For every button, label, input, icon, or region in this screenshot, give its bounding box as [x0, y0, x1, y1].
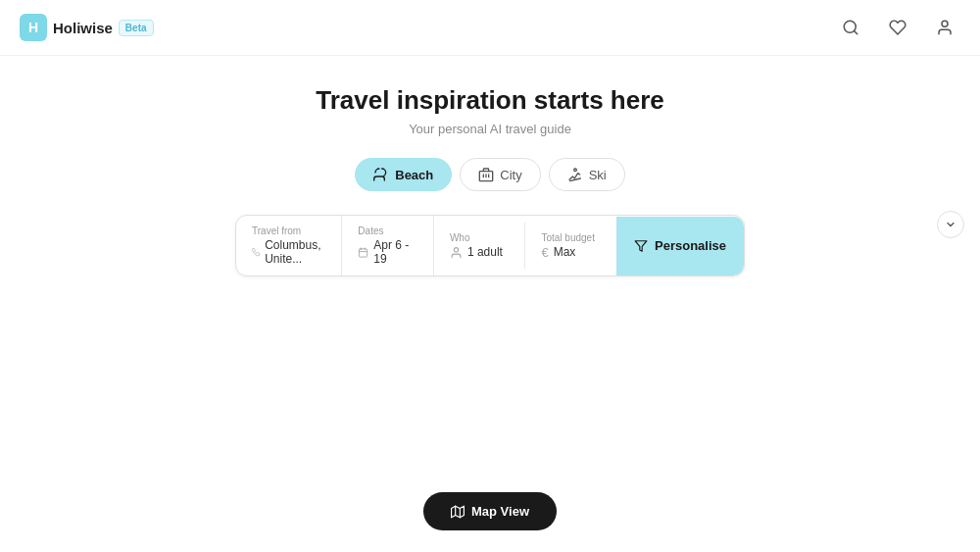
beta-badge: Beta — [119, 20, 154, 36]
budget-label: Total budget — [541, 232, 601, 243]
main-content: Travel inspiration starts here Your pers… — [0, 56, 980, 276]
svg-point-12 — [454, 247, 458, 251]
personalise-button[interactable]: Personalise — [616, 217, 744, 276]
travel-from-label: Travel from — [252, 226, 325, 236]
tab-beach-label: Beach — [395, 168, 433, 182]
page-title: Travel inspiration starts here — [316, 85, 663, 116]
svg-point-7 — [573, 169, 576, 172]
budget-value: € Max — [541, 245, 601, 260]
dates-field[interactable]: Dates Apr 6 - 19 — [342, 216, 434, 276]
tab-ski[interactable]: Ski — [549, 158, 625, 191]
user-button[interactable] — [929, 12, 960, 43]
expand-chevron[interactable] — [937, 211, 964, 238]
tab-ski-label: Ski — [589, 168, 607, 182]
dates-label: Dates — [358, 226, 417, 236]
tab-beach[interactable]: Beach — [355, 158, 452, 191]
navbar: H Holiwise Beta — [0, 0, 980, 56]
personalise-label: Personalise — [655, 238, 726, 253]
dates-value: Apr 6 - 19 — [358, 238, 417, 266]
map-view-button[interactable]: Map View — [423, 492, 557, 530]
svg-rect-8 — [360, 248, 368, 256]
map-view-label: Map View — [471, 504, 529, 519]
search-button[interactable] — [835, 12, 866, 43]
favorites-button[interactable] — [882, 12, 913, 43]
svg-marker-14 — [452, 506, 465, 518]
logo-icon: H — [20, 14, 47, 41]
travel-from-field[interactable]: Travel from Columbus, Unite... — [236, 216, 342, 276]
travel-from-value: Columbus, Unite... — [252, 238, 325, 266]
who-value: 1 adult — [450, 245, 510, 259]
logo-area: H Holiwise Beta — [20, 14, 154, 41]
tab-city[interactable]: City — [460, 158, 540, 191]
svg-marker-13 — [635, 240, 647, 251]
brand-name: Holiwise — [53, 20, 113, 36]
svg-point-2 — [942, 21, 948, 26]
category-tabs: Beach City Ski — [355, 158, 624, 191]
tab-city-label: City — [500, 168, 521, 182]
who-label: Who — [450, 232, 510, 243]
budget-field[interactable]: Total budget € Max — [525, 223, 616, 270]
nav-icons — [835, 12, 960, 43]
search-bar: Travel from Columbus, Unite... Dates Apr… — [235, 215, 745, 276]
who-field[interactable]: Who 1 adult — [434, 223, 526, 269]
svg-line-1 — [854, 30, 857, 33]
page-subtitle: Your personal AI travel guide — [409, 122, 571, 136]
